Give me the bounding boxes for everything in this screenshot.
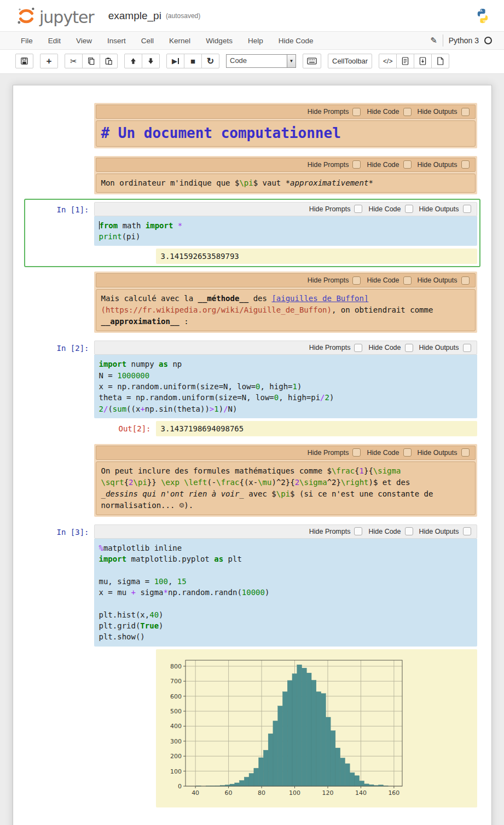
- command-palette-button[interactable]: [303, 54, 321, 68]
- menu-help[interactable]: Help: [240, 37, 271, 45]
- stop-icon: ■: [190, 57, 195, 65]
- celltoolbar-button[interactable]: CellToolbar: [328, 54, 372, 68]
- svg-text:160: 160: [388, 789, 399, 797]
- jupyter-logo[interactable]: jupyter: [16, 6, 94, 26]
- markdown-source-box[interactable]: Hide PromptsHide CodeHide OutputsMais ca…: [94, 272, 477, 333]
- hide-code-checkbox[interactable]: [405, 205, 413, 213]
- text-output-area: 3.1437198694098765: [156, 421, 477, 436]
- toolbar: + ✂ ▶ ■ ↻ Code ▼: [0, 50, 504, 74]
- code-line: import matplotlib.pyplot as plt: [99, 553, 472, 564]
- menu-cell[interactable]: Cell: [134, 37, 161, 45]
- scissors-icon: ✂: [70, 57, 77, 65]
- arrow-down-icon: [147, 57, 154, 65]
- hide-prompts-checkbox[interactable]: [354, 205, 362, 213]
- markdown-source-text[interactable]: Mais calculé avec la __méthode__ des [ai…: [96, 289, 476, 331]
- hide-outputs-checkbox[interactable]: [463, 527, 471, 535]
- cell-toolbar: Hide PromptsHide CodeHide Outputs: [96, 158, 476, 172]
- markdown-cell[interactable]: Hide PromptsHide CodeHide OutputsMais ca…: [24, 268, 480, 336]
- menu-view[interactable]: View: [68, 37, 100, 45]
- in-prompt-label: In [3]:: [56, 528, 89, 536]
- code-cell[interactable]: In [1]:Hide PromptsHide CodeHide Outputs…: [24, 199, 480, 268]
- histogram-bar: [311, 680, 316, 786]
- hide-toggle-label: Hide Code: [368, 344, 401, 351]
- save-button[interactable]: [15, 54, 33, 68]
- menu-kernel[interactable]: Kernel: [161, 37, 198, 45]
- notebook-title[interactable]: example_pi: [108, 10, 161, 22]
- markdown-source-box[interactable]: Hide PromptsHide CodeHide Outputs# Un do…: [94, 103, 477, 148]
- markdown-cell[interactable]: Hide PromptsHide CodeHide OutputsOn peut…: [24, 441, 480, 520]
- move-cell-down-button[interactable]: [142, 54, 160, 68]
- code-line: mu, sigma = 100, 15: [99, 576, 472, 587]
- histogram-bar: [253, 768, 258, 786]
- export-pdf-button[interactable]: [414, 54, 432, 68]
- run-icon-bar: [178, 58, 179, 64]
- code-line: theta = np.random.uniform(size=N, low=0,…: [99, 392, 472, 403]
- histogram-bar: [297, 665, 302, 786]
- menu-insert[interactable]: Insert: [100, 37, 134, 45]
- move-cell-up-button[interactable]: [124, 54, 142, 68]
- insert-cell-below-button[interactable]: +: [40, 54, 58, 68]
- code-line: _dessins qui n'ont rien à voir_ avec $\p…: [101, 488, 470, 500]
- interrupt-kernel-button[interactable]: ■: [184, 54, 202, 68]
- code-line: N = 1000000: [99, 370, 472, 381]
- code-line: 2/(sum((x+np.sin(theta))>1)/N): [99, 403, 472, 414]
- markdown-source-text[interactable]: Mon ordinateur m'indique que $\pi$ vaut …: [96, 174, 476, 193]
- export-blank-doc-button[interactable]: [431, 54, 449, 68]
- markdown-source-text[interactable]: # Un document computationnel: [96, 120, 476, 147]
- cell-inner: Hide PromptsHide CodeHide Outputsfrom ma…: [94, 202, 477, 264]
- code-line: normalisation... ☺).: [101, 500, 470, 511]
- code-line: plt.show(): [99, 631, 472, 642]
- cut-cell-button[interactable]: ✂: [65, 54, 83, 68]
- hide-code-checkbox[interactable]: [405, 527, 413, 535]
- cell-type-select[interactable]: Code ▼: [226, 54, 296, 68]
- run-cell-button[interactable]: ▶: [166, 54, 184, 68]
- hide-outputs-checkbox[interactable]: [461, 448, 470, 457]
- code-cell[interactable]: In [2]:Hide PromptsHide CodeHide Outputs…: [24, 337, 480, 439]
- hide-prompts-checkbox[interactable]: [352, 160, 361, 169]
- hide-prompts-checkbox[interactable]: [354, 527, 362, 535]
- menu-edit[interactable]: Edit: [40, 37, 68, 45]
- markdown-cell[interactable]: Hide PromptsHide CodeHide Outputs# Un do…: [24, 100, 480, 152]
- edit-title-pencil-icon[interactable]: ✎: [430, 36, 437, 45]
- export-html-button[interactable]: [396, 54, 414, 68]
- markdown-source-box[interactable]: Hide PromptsHide CodeHide OutputsOn peut…: [94, 444, 477, 517]
- code-line: __approximation__ :: [101, 316, 470, 327]
- hide-toggle-label: Hide Code: [368, 205, 401, 213]
- paste-cell-button[interactable]: [100, 54, 118, 68]
- jupyter-wordmark: jupyter: [39, 9, 94, 26]
- hide-outputs-checkbox[interactable]: [463, 344, 471, 352]
- menubar-separator: [443, 34, 443, 47]
- hide-code-checkbox[interactable]: [403, 108, 412, 116]
- menu-widgets[interactable]: Widgets: [198, 37, 240, 45]
- markdown-source-text[interactable]: On peut inclure des formules mathématiqu…: [96, 461, 476, 515]
- code-cell[interactable]: In [3]:Hide PromptsHide CodeHide Outputs…: [24, 521, 480, 811]
- hide-outputs-checkbox[interactable]: [461, 276, 470, 285]
- markdown-source-box[interactable]: Hide PromptsHide CodeHide OutputsMon ord…: [94, 156, 477, 194]
- hide-code-checkbox[interactable]: [403, 448, 412, 457]
- hide-prompts-checkbox[interactable]: [352, 108, 361, 116]
- code-input-editor[interactable]: from math import *print(pi): [94, 216, 477, 246]
- hide-code-checkbox[interactable]: [403, 276, 412, 285]
- hide-outputs-checkbox[interactable]: [461, 108, 470, 116]
- hide-toggle-label: Hide Outputs: [418, 108, 457, 116]
- histogram-bar: [335, 748, 340, 786]
- hide-prompts-checkbox[interactable]: [352, 448, 361, 457]
- hide-outputs-checkbox[interactable]: [463, 205, 471, 213]
- hide-prompts-checkbox[interactable]: [352, 276, 361, 285]
- hide-input-all-button[interactable]: </>: [379, 54, 397, 68]
- hide-code-checkbox[interactable]: [403, 160, 412, 169]
- restart-kernel-button[interactable]: ↻: [201, 54, 219, 68]
- menu-hide-code[interactable]: Hide Code: [271, 37, 321, 45]
- code-input-editor[interactable]: import numpy as npN = 1000000x = np.rand…: [94, 355, 477, 418]
- code-input-editor[interactable]: %matplotlib inlineimport matplotlib.pypl…: [94, 539, 477, 647]
- copy-cell-button[interactable]: [82, 54, 100, 68]
- svg-text:0: 0: [178, 783, 182, 790]
- markdown-cell[interactable]: Hide PromptsHide CodeHide OutputsMon ord…: [24, 153, 480, 198]
- hide-outputs-checkbox[interactable]: [461, 160, 470, 169]
- hide-code-checkbox[interactable]: [405, 344, 413, 352]
- cell-toolbar: Hide PromptsHide CodeHide Outputs: [94, 202, 477, 216]
- hide-toggle-label: Hide Outputs: [419, 344, 459, 351]
- menu-file[interactable]: File: [13, 37, 40, 45]
- hide-prompts-checkbox[interactable]: [354, 344, 362, 352]
- hide-toggle-label: Hide Outputs: [419, 528, 459, 535]
